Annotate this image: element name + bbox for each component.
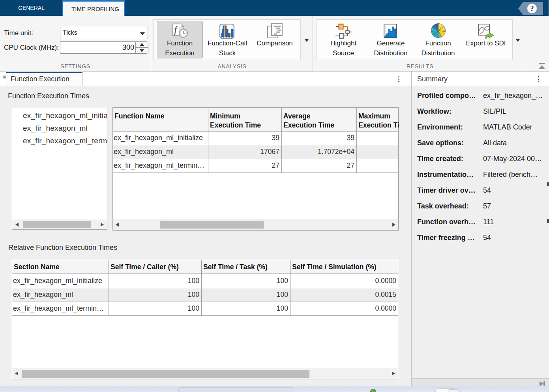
svg-text:?: ?: [530, 4, 534, 13]
